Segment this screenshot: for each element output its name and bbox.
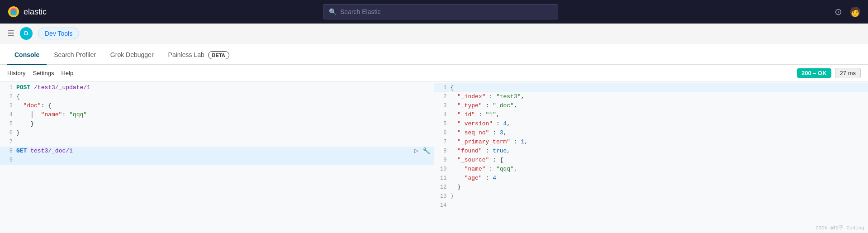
- right-line-content-10: "name" : "qqq",: [451, 165, 868, 174]
- right-line-6: 6 "_seq_no" : 3,: [434, 128, 868, 138]
- right-line-14: 14: [434, 201, 868, 210]
- line-content-6: }: [16, 128, 434, 138]
- line-num-7: 7: [0, 138, 16, 147]
- right-line-content-11: "age" : 4: [451, 174, 868, 183]
- right-line-num-11: 11: [434, 174, 451, 183]
- right-line-num-6: 6: [434, 128, 451, 138]
- line-content-1: POST /test3/_update/1: [16, 83, 434, 92]
- right-line-3: 3 "_type" : "_doc",: [434, 101, 868, 110]
- line-num-4: 4: [0, 110, 16, 119]
- top-nav: elastic 🔍 Search Elastic ⊙ 🧑: [0, 0, 868, 24]
- search-bar-container: 🔍 Search Elastic: [52, 4, 829, 19]
- line-content-2: {: [16, 92, 434, 101]
- right-line-content-13: }: [451, 192, 868, 201]
- tabs-bar: Console Search Profiler Grok Debugger Pa…: [0, 43, 868, 65]
- right-line-2: 2 "_index" : "test3",: [434, 92, 868, 101]
- svg-point-3: [10, 12, 17, 15]
- right-line-content-5: "_version" : 4,: [451, 119, 868, 128]
- right-line-num-2: 2: [434, 92, 451, 101]
- left-line-6: 6 }: [0, 128, 434, 138]
- line-content-4: │ "name": "qqq": [16, 110, 434, 119]
- right-line-10: 10 "name" : "qqq",: [434, 165, 868, 174]
- right-line-content-7: "_primary_term" : 1,: [451, 138, 868, 147]
- right-editor: 1 { 2 "_index" : "test3", 3 "_type" : "_…: [434, 81, 868, 233]
- right-line-7: 7 "_primary_term" : 1,: [434, 138, 868, 147]
- tab-painless-lab[interactable]: Painless Lab BETA: [161, 46, 237, 65]
- settings-button[interactable]: Settings: [33, 70, 54, 76]
- left-line-8: 8 GET test3/_doc/1 ▷ 🔧: [0, 147, 434, 156]
- tab-grok-debugger[interactable]: Grok Debugger: [103, 46, 161, 65]
- toolbar: History Settings Help 200 – OK 27 ms: [0, 65, 868, 81]
- help-button[interactable]: Help: [61, 70, 73, 76]
- line-content-5: }: [16, 119, 434, 128]
- right-line-4: 4 "_id" : "1",: [434, 110, 868, 119]
- run-icon[interactable]: ▷: [414, 147, 419, 156]
- logo-area: elastic: [7, 5, 47, 18]
- left-line-3: 3 "doc": {: [0, 101, 434, 110]
- dev-tools-label[interactable]: Dev Tools: [38, 28, 79, 39]
- left-line-5: 5 }: [0, 119, 434, 128]
- right-line-5: 5 "_version" : 4,: [434, 119, 868, 128]
- line-num-2: 2: [0, 92, 16, 101]
- right-line-num-7: 7: [434, 138, 451, 147]
- right-line-13: 13 }: [434, 192, 868, 201]
- left-line-9: 9: [0, 156, 434, 165]
- right-line-12: 12 }: [434, 183, 868, 192]
- hamburger-icon[interactable]: ☰: [7, 29, 14, 38]
- logo-text: elastic: [24, 7, 47, 17]
- second-bar: ☰ D Dev Tools: [0, 24, 868, 43]
- right-line-num-4: 4: [434, 110, 451, 119]
- left-line-4: 4 │ "name": "qqq": [0, 110, 434, 119]
- search-bar[interactable]: 🔍 Search Elastic: [323, 4, 558, 19]
- right-line-content-12: }: [451, 183, 868, 192]
- left-line-7: 7: [0, 138, 434, 147]
- right-line-9: 9 "_source" : {: [434, 156, 868, 165]
- right-line-content-3: "_type" : "_doc",: [451, 101, 868, 110]
- notifications-icon[interactable]: ⊙: [835, 6, 842, 17]
- time-badge: 27 ms: [835, 68, 861, 78]
- right-line-num-9: 9: [434, 156, 451, 165]
- line-num-5: 5: [0, 119, 16, 128]
- left-editor[interactable]: 1 POST /test3/_update/1 2 { 3 "doc": { 4…: [0, 81, 434, 233]
- left-code-area: 1 POST /test3/_update/1 2 { 3 "doc": { 4…: [0, 81, 434, 166]
- right-code-area: 1 { 2 "_index" : "test3", 3 "_type" : "_…: [434, 81, 868, 212]
- copy-icon[interactable]: 🔧: [422, 147, 430, 156]
- right-line-content-8: "found" : true,: [451, 147, 868, 156]
- line-content-3: "doc": {: [16, 101, 434, 110]
- get-line-icons: ▷ 🔧: [414, 147, 430, 156]
- search-placeholder: Search Elastic: [340, 8, 380, 15]
- history-button[interactable]: History: [7, 70, 25, 76]
- right-line-num-5: 5: [434, 119, 451, 128]
- right-line-content-4: "_id" : "1",: [451, 110, 868, 119]
- watermark: CSDN @桔子 Coding: [816, 224, 864, 231]
- line-num-9: 9: [0, 156, 16, 165]
- tab-search-profiler[interactable]: Search Profiler: [47, 46, 103, 65]
- status-badge: 200 – OK: [797, 68, 831, 78]
- elastic-logo-icon: [7, 5, 20, 18]
- dev-tools-badge: D: [20, 27, 33, 40]
- right-line-num-10: 10: [434, 165, 451, 174]
- left-line-1: 1 POST /test3/_update/1: [0, 83, 434, 92]
- user-icon[interactable]: 🧑: [849, 6, 861, 17]
- tab-console[interactable]: Console: [7, 46, 47, 65]
- line-num-6: 6: [0, 128, 16, 138]
- right-line-content-2: "_index" : "test3",: [451, 92, 868, 101]
- search-icon: 🔍: [329, 8, 337, 15]
- right-line-1: 1 {: [434, 83, 868, 92]
- editor-area: 1 POST /test3/_update/1 2 { 3 "doc": { 4…: [0, 81, 868, 233]
- line-content-8: GET test3/_doc/1: [16, 147, 414, 156]
- right-line-num-12: 12: [434, 183, 451, 192]
- right-line-num-14: 14: [434, 201, 451, 210]
- right-line-num-8: 8: [434, 147, 451, 156]
- right-line-num-13: 13: [434, 192, 451, 201]
- right-line-content-1: {: [451, 83, 868, 92]
- line-num-8: 8: [0, 147, 16, 156]
- beta-badge: BETA: [208, 51, 229, 59]
- line-num-3: 3: [0, 101, 16, 110]
- right-line-num-3: 3: [434, 101, 451, 110]
- right-line-content-9: "_source" : {: [451, 156, 868, 165]
- right-line-11: 11 "age" : 4: [434, 174, 868, 183]
- right-line-8: 8 "found" : true,: [434, 147, 868, 156]
- right-line-content-6: "_seq_no" : 3,: [451, 128, 868, 138]
- right-line-num-1: 1: [434, 83, 451, 92]
